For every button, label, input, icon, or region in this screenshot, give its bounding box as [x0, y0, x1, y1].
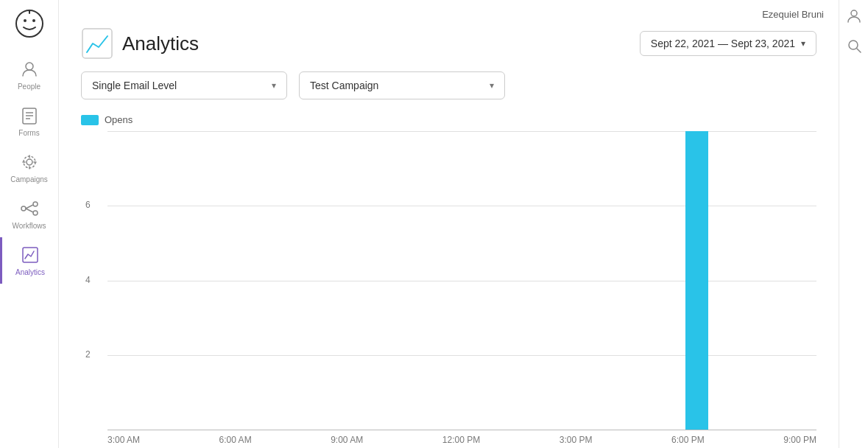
- svg-point-1: [24, 19, 27, 22]
- date-range-picker[interactable]: Sept 22, 2021 — Sept 23, 2021 ▾: [640, 31, 816, 56]
- chart-legend: Opens: [81, 114, 816, 125]
- sidebar-item-campaigns[interactable]: Campaigns: [0, 144, 58, 191]
- chart-body-row: 6 4 2: [81, 131, 816, 430]
- grid-line-2: 2: [107, 355, 816, 356]
- x-label-12pm: 12:00 PM: [442, 435, 480, 445]
- chart-container: Opens 6: [59, 114, 839, 448]
- top-bar: Ezequiel Bruni: [59, 0, 839, 20]
- campaign-filter-arrow-icon: ▾: [490, 80, 494, 91]
- sidebar-item-people[interactable]: People: [0, 52, 58, 98]
- workflows-icon: [19, 198, 40, 219]
- svg-point-12: [33, 211, 38, 215]
- page-title-area: Analytics: [81, 27, 199, 60]
- sidebar-item-workflows[interactable]: Workflows: [0, 191, 58, 237]
- main-content: Ezequiel Bruni Analytics Sept 22, 2021 —…: [59, 0, 839, 448]
- filters-row: Single Email Level ▾ Test Campaign ▾: [59, 71, 839, 114]
- x-label-3pm: 3:00 PM: [560, 435, 593, 445]
- username: Ezequiel Bruni: [762, 9, 824, 20]
- sidebar-item-analytics[interactable]: Analytics: [0, 237, 58, 284]
- svg-point-17: [851, 10, 857, 16]
- sidebar: People Forms Campaigns: [0, 0, 59, 448]
- y-label-2: 2: [85, 349, 91, 360]
- app-logo[interactable]: [13, 7, 46, 40]
- svg-line-14: [26, 209, 33, 212]
- legend-label-opens: Opens: [105, 114, 133, 125]
- grid-line-4: 4: [107, 281, 816, 281]
- sidebar-label-analytics: Analytics: [15, 268, 45, 276]
- sidebar-item-forms[interactable]: Forms: [0, 98, 58, 144]
- sidebar-label-forms: Forms: [18, 129, 39, 137]
- legend-color-opens: [81, 115, 99, 125]
- campaign-filter[interactable]: Test Campaign ▾: [299, 71, 505, 99]
- svg-rect-15: [23, 248, 38, 262]
- svg-point-10: [21, 206, 26, 211]
- people-icon: [19, 59, 40, 80]
- svg-point-3: [26, 63, 33, 70]
- x-label-6pm: 6:00 PM: [671, 435, 705, 445]
- svg-point-0: [16, 10, 43, 37]
- svg-rect-16: [82, 29, 112, 58]
- sidebar-label-workflows: Workflows: [13, 222, 46, 230]
- svg-line-13: [26, 205, 33, 209]
- y-label-4: 4: [85, 275, 91, 285]
- campaign-filter-value: Test Campaign: [310, 80, 378, 91]
- chart-plot-area: 6 4 2: [107, 131, 816, 430]
- analytics-page-icon: [81, 27, 113, 60]
- y-label-6: 6: [85, 200, 91, 210]
- svg-point-11: [33, 202, 38, 206]
- sidebar-label-campaigns: Campaigns: [10, 175, 48, 183]
- level-filter-arrow-icon: ▾: [272, 80, 276, 91]
- grid-line-top: [107, 131, 816, 132]
- x-label-6am: 6:00 AM: [219, 435, 252, 445]
- svg-point-18: [849, 41, 858, 49]
- user-icon[interactable]: [846, 7, 862, 27]
- svg-line-19: [857, 49, 861, 52]
- level-filter[interactable]: Single Email Level ▾: [81, 71, 287, 99]
- sidebar-label-people: People: [18, 83, 40, 91]
- campaigns-icon: [19, 152, 40, 172]
- analytics-icon: [20, 245, 40, 265]
- level-filter-value: Single Email Level: [92, 80, 177, 91]
- x-label-9pm: 9:00 PM: [783, 435, 816, 445]
- search-icon[interactable]: [846, 38, 862, 57]
- forms-icon: [19, 105, 40, 126]
- svg-point-8: [27, 159, 32, 165]
- svg-point-2: [32, 19, 35, 22]
- x-axis-labels: 3:00 AM 6:00 AM 9:00 AM 12:00 PM 3:00 PM…: [81, 430, 816, 448]
- chart-wrapper: 6 4 2 3:00 AM 6:: [81, 131, 816, 448]
- grid-line-6: 6: [107, 206, 816, 206]
- right-bar: [839, 0, 868, 448]
- page-title: Analytics: [122, 32, 199, 55]
- x-label-3am: 3:00 AM: [107, 435, 140, 445]
- x-label-9am: 9:00 AM: [331, 435, 363, 445]
- date-picker-arrow-icon: ▾: [801, 38, 805, 49]
- page-header: Analytics Sept 22, 2021 — Sept 23, 2021 …: [59, 20, 839, 71]
- date-range-text: Sept 22, 2021 — Sept 23, 2021: [651, 38, 795, 49]
- chart-bar-opens: [685, 131, 708, 430]
